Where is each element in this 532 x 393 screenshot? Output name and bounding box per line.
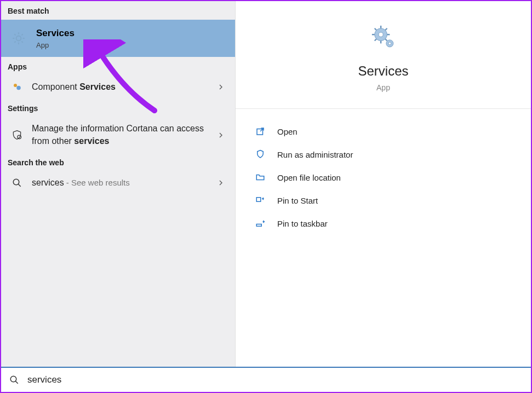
svg-line-21 [374,39,376,41]
apps-header: Apps [1,57,235,76]
web-result-services[interactable]: services - See web results [1,171,235,194]
apps-result-component-services[interactable]: Component Services [1,76,235,99]
svg-line-6 [21,41,22,42]
action-label: Run as administrator [277,150,353,159]
action-label: Open [277,127,298,136]
open-icon [254,125,266,137]
best-match-header: Best match [1,1,235,20]
search-results-panel: Best match Services App Apps Component S… [1,1,236,368]
gear-icon [11,31,26,46]
svg-line-20 [385,39,387,41]
component-services-icon [11,81,23,93]
admin-shield-icon [254,148,266,160]
preview-header: Services App [236,1,531,109]
chevron-right-icon [216,131,225,140]
action-pin-to-taskbar[interactable]: Pin to taskbar [254,212,512,235]
action-label: Pin to taskbar [277,219,328,228]
svg-line-19 [374,28,376,30]
chevron-right-icon [216,83,225,91]
best-match-result-services[interactable]: Services App [1,20,235,57]
svg-rect-29 [256,224,261,227]
svg-point-11 [18,135,21,139]
best-match-title: Services [36,27,75,39]
svg-point-25 [388,42,391,45]
action-label: Pin to Start [277,196,318,205]
settings-result-cortana-services[interactable]: Manage the information Cortana can acces… [1,117,235,153]
svg-line-5 [14,34,15,35]
action-open-file-location[interactable]: Open file location [254,166,512,189]
svg-point-10 [16,86,21,90]
search-icon [11,177,23,189]
svg-rect-28 [256,198,261,202]
svg-point-23 [379,32,383,37]
search-icon [9,374,20,385]
svg-point-9 [14,84,17,87]
svg-line-8 [21,34,22,35]
chevron-right-icon [216,178,225,187]
action-run-as-admin[interactable]: Run as administrator [254,143,512,166]
settings-result-label: Manage the information Cortana can acces… [32,123,216,147]
preview-subtitle: App [376,83,390,92]
pin-taskbar-icon [254,217,266,229]
preview-title: Services [358,63,408,79]
folder-icon [254,171,266,183]
svg-line-31 [15,381,18,384]
best-match-subtitle: App [36,41,75,49]
svg-point-0 [16,36,21,41]
svg-line-13 [18,184,21,187]
svg-point-30 [10,376,16,382]
pin-start-icon [254,194,266,206]
preview-actions: Open Run as administrator Open file loca… [236,109,531,246]
action-label: Open file location [277,173,341,182]
search-web-header: Search the web [1,153,235,171]
web-result-label: services - See web results [32,177,216,189]
gear-icon [369,23,398,51]
svg-point-12 [13,180,19,186]
svg-line-22 [385,28,387,30]
preview-panel: Services App Open Run as administrator [236,1,531,368]
search-input[interactable] [27,374,523,385]
svg-line-7 [14,41,15,42]
action-open[interactable]: Open [254,120,512,143]
action-pin-to-start[interactable]: Pin to Start [254,189,512,212]
apps-result-label: Component Services [32,81,216,93]
settings-header: Settings [1,99,235,117]
shield-icon [11,129,23,141]
search-bar[interactable] [1,367,531,392]
